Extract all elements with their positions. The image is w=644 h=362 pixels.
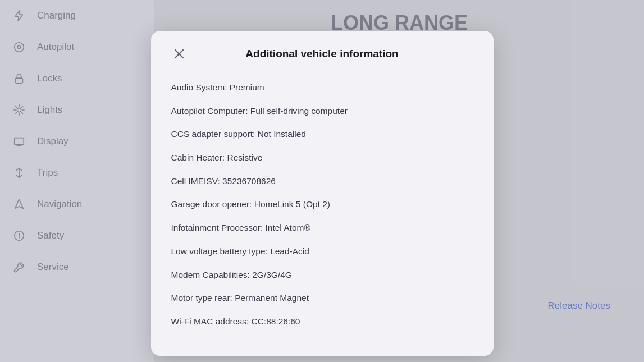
- app-container: ChargingAutopilotLocksLightsDisplayTrips…: [0, 0, 644, 362]
- modal-header: Additional vehicle information: [171, 48, 473, 60]
- modal-info-item: Cabin Heater: Resistive: [171, 146, 473, 169]
- modal-info-item: Autopilot Computer: Full self-driving co…: [171, 99, 473, 123]
- modal-info-item: Low voltage battery type: Lead-Acid: [171, 240, 473, 263]
- close-icon: [174, 49, 184, 59]
- modal-info-item: Motor type rear: Permanent Magnet: [171, 286, 473, 310]
- modal-title: Additional vehicle information: [171, 48, 473, 60]
- modal-info-item: Wi-Fi MAC address: CC:88:26:60: [171, 310, 473, 333]
- modal-overlay: Additional vehicle information Audio Sys…: [0, 0, 644, 362]
- modal-info-list: Audio System: PremiumAutopilot Computer:…: [171, 76, 473, 333]
- modal-info-item: Infotainment Processor: Intel Atom®: [171, 216, 473, 240]
- modal-info-item: CCS adapter support: Not Installed: [171, 122, 473, 146]
- modal-info-item: Modem Capabilities: 2G/3G/4G: [171, 263, 473, 287]
- modal-close-button[interactable]: [171, 46, 187, 62]
- modal-info-item: Audio System: Premium: [171, 76, 473, 99]
- modal-dialog: Additional vehicle information Audio Sys…: [151, 31, 494, 356]
- modal-info-item: Garage door opener: HomeLink 5 (Opt 2): [171, 193, 473, 216]
- modal-info-item: Cell IMEISV: 35236708626: [171, 169, 473, 193]
